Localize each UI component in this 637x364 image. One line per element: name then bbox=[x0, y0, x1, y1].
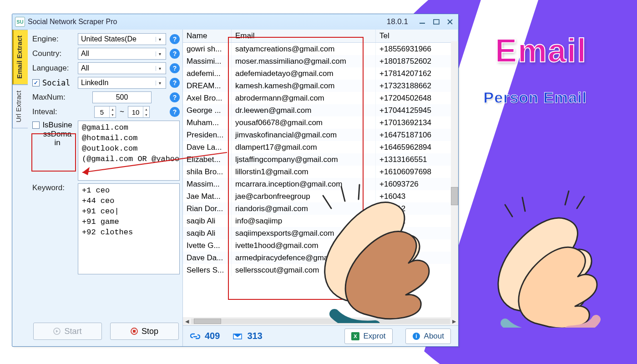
excel-icon: X bbox=[351, 332, 359, 340]
cell-name: Presiden... bbox=[183, 129, 231, 141]
interval-tilde: ~ bbox=[120, 107, 124, 116]
engine-select[interactable]: United States(De ▾ bbox=[78, 33, 166, 45]
table-row[interactable]: George ...dr.leewen@gmail.com+1704412594… bbox=[183, 104, 458, 116]
svg-line-13 bbox=[505, 205, 512, 217]
help-icon[interactable]: ? bbox=[170, 49, 180, 59]
cell-name: shila Bro... bbox=[183, 166, 231, 178]
cell-email: kamesh.kamesh@gmail.com bbox=[231, 80, 375, 92]
social-label: Social bbox=[42, 78, 70, 87]
decor-title-person: Person Email bbox=[484, 89, 587, 106]
status-bar: 409 313 X Exprot i About bbox=[183, 325, 458, 346]
language-select[interactable]: All ▾ bbox=[78, 62, 166, 74]
tab-email-extract[interactable]: Email Extract bbox=[12, 30, 28, 85]
col-email[interactable]: Email bbox=[231, 30, 375, 43]
about-button[interactable]: i About bbox=[405, 329, 451, 344]
cell-name: Massimi... bbox=[183, 55, 231, 67]
cell-email: moser.massimiliano@gmail.com bbox=[231, 55, 375, 67]
app-version: 18.0.1 bbox=[387, 17, 408, 26]
decor-title-email: Email bbox=[495, 32, 587, 69]
isbusiness-checkbox[interactable] bbox=[32, 121, 40, 129]
svg-rect-1 bbox=[434, 20, 439, 24]
clapping-hands-icon bbox=[473, 173, 628, 328]
svg-line-16 bbox=[577, 197, 584, 208]
cell-name: saqib Ali bbox=[183, 215, 231, 227]
interval-label: Inteval: bbox=[32, 107, 74, 116]
social-value: LinkedIn bbox=[81, 79, 156, 87]
table-row[interactable]: Muham...yousaf06678@gmail.com+1701369213… bbox=[183, 116, 458, 129]
table-row[interactable]: Axel Bro...abrodermann@gmail.com+1720450… bbox=[183, 92, 458, 104]
stat-links-value: 409 bbox=[205, 331, 220, 341]
table-row[interactable]: Massimi...moser.massimiliano@gmail.com+1… bbox=[183, 55, 458, 67]
cell-name: Ivette G... bbox=[183, 239, 231, 252]
chevron-down-icon: ▾ bbox=[156, 51, 164, 56]
interval-from-stepper[interactable]: 5 ▲▼ bbox=[94, 106, 116, 118]
table-row[interactable]: adefemi...adefemiadetayo@gmail.com+17814… bbox=[183, 67, 458, 80]
cell-tel: +17323188662 bbox=[376, 80, 458, 92]
info-icon: i bbox=[412, 332, 420, 340]
cell-email: jimvaskofinancial@gmail.com bbox=[231, 129, 375, 141]
cell-name: George ... bbox=[183, 104, 231, 116]
maxnum-input[interactable]: 500 bbox=[92, 91, 152, 103]
table-row[interactable]: Dave La...dlampert17@gmail.com+164659628… bbox=[183, 141, 458, 153]
keyword-textarea[interactable]: +1 ceo +44 ceo +91 ceo| +91 game +92 clo… bbox=[78, 183, 180, 274]
stop-label: Stop bbox=[142, 327, 158, 336]
country-select[interactable]: All ▾ bbox=[78, 48, 166, 60]
help-icon[interactable]: ? bbox=[170, 78, 180, 88]
stop-button[interactable]: Stop bbox=[110, 323, 179, 340]
cell-tel: +17204502648 bbox=[376, 92, 458, 104]
help-icon[interactable]: ? bbox=[170, 63, 180, 73]
social-checkbox[interactable]: ✓ bbox=[32, 79, 40, 86]
titlebar[interactable]: SU Social Network Scraper Pro 18.0.1 bbox=[12, 14, 458, 30]
language-label: Language: bbox=[32, 64, 74, 73]
stat-mails-value: 313 bbox=[247, 331, 262, 341]
minimize-button[interactable] bbox=[417, 18, 428, 25]
help-icon[interactable]: ? bbox=[170, 92, 180, 102]
help-icon[interactable]: ? bbox=[170, 34, 180, 44]
tab-url-extract[interactable]: Url Extract bbox=[12, 85, 28, 128]
svg-line-10 bbox=[323, 196, 331, 208]
cell-email: adefemiadetayo@gmail.com bbox=[231, 67, 375, 80]
close-button[interactable] bbox=[445, 18, 455, 25]
help-icon[interactable]: ? bbox=[170, 107, 180, 117]
col-tel[interactable]: Tel bbox=[376, 30, 458, 43]
svg-text:i: i bbox=[415, 333, 417, 339]
svg-rect-4 bbox=[133, 330, 136, 333]
maximize-button[interactable] bbox=[431, 18, 442, 25]
svg-line-14 bbox=[522, 197, 525, 211]
svg-text:X: X bbox=[354, 334, 358, 339]
start-button[interactable]: Start bbox=[33, 323, 102, 340]
cell-name: Axel Bro... bbox=[183, 92, 231, 104]
cell-name: gowri sh... bbox=[183, 43, 231, 56]
cell-tel: +17814207162 bbox=[376, 67, 458, 80]
export-label: Exprot bbox=[363, 332, 385, 341]
table-row[interactable]: Presiden...jimvaskofinancial@gmail.com+1… bbox=[183, 129, 458, 141]
mail-icon bbox=[233, 332, 243, 340]
col-name[interactable]: Name bbox=[183, 30, 231, 43]
chevron-down-icon: ▾ bbox=[156, 66, 164, 71]
form-panel: Engine: United States(De ▾ ? Country: Al… bbox=[28, 30, 182, 346]
cell-tel: +17044125945 bbox=[376, 104, 458, 116]
cell-tel: +16465962894 bbox=[376, 141, 458, 153]
stat-mails: 313 bbox=[233, 331, 262, 341]
cell-email: dlampert17@gmail.com bbox=[231, 141, 375, 153]
cell-email: abrodermann@gmail.com bbox=[231, 92, 375, 104]
svg-rect-0 bbox=[420, 23, 425, 24]
interval-to-stepper[interactable]: 10 ▲▼ bbox=[128, 106, 150, 118]
cell-name: Muham... bbox=[183, 116, 231, 129]
cell-email: satyamcreations@gmail.com bbox=[231, 43, 375, 56]
social-select[interactable]: LinkedIn ▾ bbox=[78, 77, 166, 89]
cell-name: saqib Ali bbox=[183, 227, 231, 239]
cell-tel: +16475187106 bbox=[376, 129, 458, 141]
play-icon bbox=[53, 328, 61, 335]
export-button[interactable]: X Exprot bbox=[344, 329, 392, 344]
table-row[interactable]: gowri sh...satyamcreations@gmail.com+185… bbox=[183, 43, 458, 56]
cell-tel: +18556931966 bbox=[376, 43, 458, 56]
svg-line-12 bbox=[359, 185, 359, 199]
domains-textarea[interactable]: @gmail.com @hotmail.com @outlook.com (@g… bbox=[78, 121, 180, 181]
app-title: Social Network Scraper Pro bbox=[28, 18, 117, 26]
cell-name: Sellers S... bbox=[183, 264, 231, 276]
table-row[interactable]: DREAM...kamesh.kamesh@gmail.com+17323188… bbox=[183, 80, 458, 92]
side-tabs: Email Extract Url Extract bbox=[12, 30, 28, 346]
clapping-hands-icon bbox=[291, 155, 460, 323]
cell-email: yousaf06678@gmail.com bbox=[231, 116, 375, 129]
